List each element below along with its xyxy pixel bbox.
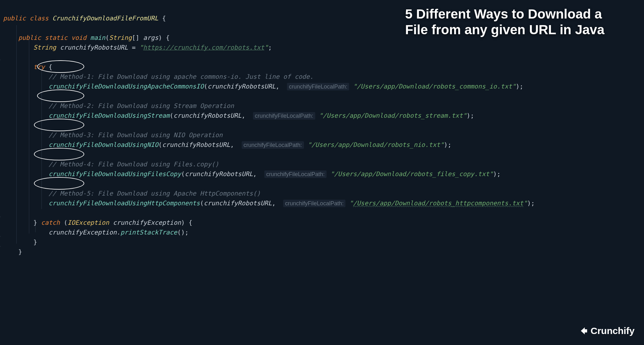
variable: crunchifyRobotsURL bbox=[60, 44, 128, 51]
gutter-fold-icon[interactable]: ▸ bbox=[0, 241, 2, 245]
comment: // Method-1: bbox=[49, 73, 94, 80]
type: IOException bbox=[68, 219, 109, 226]
class-name: CrunchifyDownloadFileFromURL bbox=[52, 14, 158, 22]
method-call: crunchifyFileDownloadUsingNIO bbox=[49, 141, 158, 148]
comment: // Method-4: bbox=[49, 160, 94, 168]
param-name: args bbox=[143, 34, 158, 41]
keyword: try bbox=[33, 63, 45, 71]
page-title: 5 Different Ways to Download a File from… bbox=[405, 6, 619, 38]
type: String bbox=[33, 44, 56, 51]
keyword: public bbox=[18, 34, 41, 41]
comment: File Download using apache commons-io. J… bbox=[94, 73, 313, 80]
method-call: crunchifyFileDownloadUsingFilesCopy bbox=[49, 170, 181, 178]
method-call: crunchifyFileDownloadUsingStream bbox=[49, 112, 170, 119]
gutter-fold-icon[interactable]: ▸ bbox=[0, 212, 2, 216]
brand-name: Crunchify bbox=[591, 324, 635, 338]
logo-icon bbox=[579, 326, 589, 336]
inlay-hint: crunchifyFileLocalPath: bbox=[264, 170, 327, 178]
method-call: printStackTrace bbox=[120, 229, 177, 236]
comment: // Method-2: bbox=[49, 102, 94, 110]
method-call: crunchifyFileDownloadUsingHttpComponents bbox=[49, 199, 200, 207]
keyword: public bbox=[3, 14, 26, 22]
gutter-fold-icon[interactable]: ▸ bbox=[0, 231, 2, 235]
type: String bbox=[109, 34, 132, 41]
inlay-hint: crunchifyFileLocalPath: bbox=[287, 83, 349, 90]
inlay-hint: crunchifyFileLocalPath: bbox=[242, 141, 304, 149]
comment: File Download using Stream Operation bbox=[94, 102, 234, 110]
comment: // Method-3: bbox=[49, 131, 94, 139]
method-call: crunchifyFileDownloadUsingApacheCommonsI… bbox=[49, 83, 204, 90]
keyword: void bbox=[71, 34, 86, 41]
keyword: static bbox=[45, 34, 67, 41]
keyword: catch bbox=[41, 219, 60, 226]
inlay-hint: crunchifyFileLocalPath: bbox=[253, 112, 315, 120]
gutter-fold-icon[interactable]: ▸ bbox=[0, 55, 2, 59]
comment: File Download using Files.copy() bbox=[94, 160, 219, 168]
brand-logo: Crunchify bbox=[579, 324, 635, 338]
comment: File Download using NIO Operation bbox=[94, 131, 223, 139]
comment: File Download using Apache HttpComponent… bbox=[94, 190, 261, 197]
comment: // Method-5: bbox=[49, 190, 94, 197]
url-literal: https://crunchify.com/robots.txt bbox=[143, 44, 264, 51]
inlay-hint: crunchifyFileLocalPath: bbox=[283, 200, 345, 207]
code-block: public class CrunchifyDownloadFileFromUR… bbox=[3, 4, 535, 257]
variable: crunchifyException bbox=[113, 219, 181, 226]
method-name: main bbox=[90, 34, 105, 41]
keyword: class bbox=[30, 14, 48, 22]
